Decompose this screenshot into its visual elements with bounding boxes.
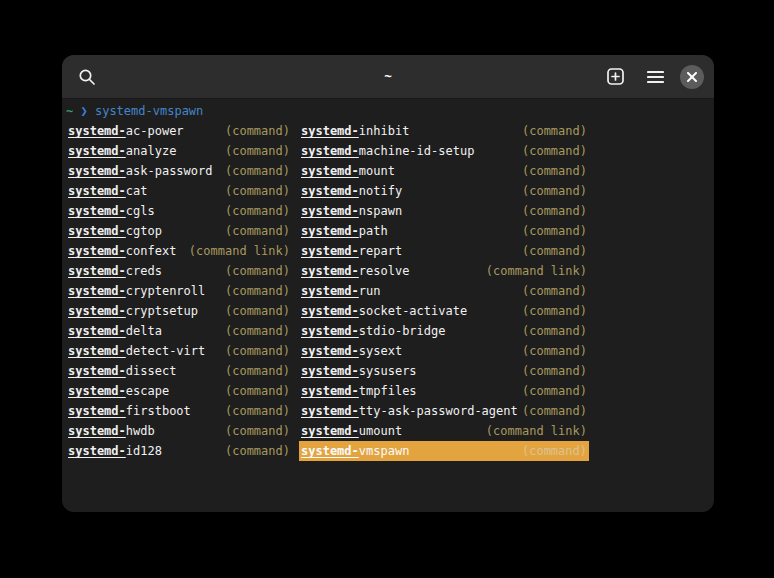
completion-name: systemd-ac-power bbox=[68, 121, 184, 141]
completion-annotation: (command) bbox=[225, 381, 290, 401]
completion-prefix: systemd- bbox=[68, 224, 126, 238]
completion-name: systemd-escape bbox=[68, 381, 169, 401]
completion-row: systemd-escape(command)systemd-tmpfiles(… bbox=[66, 381, 710, 401]
titlebar[interactable]: ~ bbox=[62, 55, 714, 99]
completion-prefix: systemd- bbox=[301, 284, 359, 298]
completion-list: systemd-ac-power(command)systemd-inhibit… bbox=[66, 121, 710, 461]
completion-name: systemd-cgls bbox=[68, 201, 155, 221]
completion-annotation: (command) bbox=[225, 261, 290, 281]
completion-suffix: firstboot bbox=[126, 404, 191, 418]
completion-suffix: ask-password bbox=[126, 164, 213, 178]
completion-annotation: (command) bbox=[522, 301, 587, 321]
completion-item-systemd-cryptenroll: systemd-cryptenroll(command) bbox=[66, 281, 292, 301]
completion-row: systemd-detect-virt(command)systemd-syse… bbox=[66, 341, 710, 361]
completion-prefix: systemd- bbox=[301, 124, 359, 138]
completion-prefix: systemd- bbox=[301, 344, 359, 358]
completion-annotation: (command) bbox=[522, 341, 587, 361]
completion-annotation: (command link) bbox=[486, 261, 587, 281]
completion-annotation: (command) bbox=[522, 221, 587, 241]
completion-item-systemd-firstboot: systemd-firstboot(command) bbox=[66, 401, 292, 421]
completion-row: systemd-delta(command)systemd-stdio-brid… bbox=[66, 321, 710, 341]
completion-item-systemd-repart: systemd-repart(command) bbox=[299, 241, 589, 261]
completion-name: systemd-resolve bbox=[301, 261, 409, 281]
completion-suffix: notify bbox=[359, 184, 402, 198]
completion-annotation: (command) bbox=[225, 361, 290, 381]
completion-annotation: (command link) bbox=[486, 421, 587, 441]
completion-prefix: systemd- bbox=[68, 364, 126, 378]
completion-suffix: detect-virt bbox=[126, 344, 205, 358]
completion-annotation: (command) bbox=[225, 181, 290, 201]
completion-item-systemd-detect-virt: systemd-detect-virt(command) bbox=[66, 341, 292, 361]
completion-annotation: (command) bbox=[522, 381, 587, 401]
completion-item-systemd-tmpfiles: systemd-tmpfiles(command) bbox=[299, 381, 589, 401]
completion-annotation: (command) bbox=[225, 121, 290, 141]
completion-row: systemd-cryptenroll(command)systemd-run(… bbox=[66, 281, 710, 301]
completion-item-systemd-id128: systemd-id128(command) bbox=[66, 441, 292, 461]
completion-suffix: ac-power bbox=[126, 124, 184, 138]
completion-item-systemd-ask-password: systemd-ask-password(command) bbox=[66, 161, 292, 181]
completion-suffix: vmspawn bbox=[359, 444, 410, 458]
completion-name: systemd-socket-activate bbox=[301, 301, 467, 321]
completion-name: systemd-machine-id-setup bbox=[301, 141, 474, 161]
completion-suffix: repart bbox=[359, 244, 402, 258]
completion-row: systemd-cryptsetup(command)systemd-socke… bbox=[66, 301, 710, 321]
completion-name: systemd-detect-virt bbox=[68, 341, 205, 361]
menu-button[interactable] bbox=[640, 62, 670, 92]
new-tab-button[interactable] bbox=[600, 62, 630, 92]
completion-suffix: creds bbox=[126, 264, 162, 278]
completion-annotation: (command) bbox=[522, 401, 587, 421]
completion-item-systemd-creds: systemd-creds(command) bbox=[66, 261, 292, 281]
close-button[interactable] bbox=[680, 65, 704, 89]
completion-suffix: socket-activate bbox=[359, 304, 467, 318]
completion-row: systemd-firstboot(command)systemd-tty-as… bbox=[66, 401, 710, 421]
completion-prefix: systemd- bbox=[301, 404, 359, 418]
completion-suffix: machine-id-setup bbox=[359, 144, 475, 158]
completion-suffix: cgls bbox=[126, 204, 155, 218]
terminal-body[interactable]: ~ ❯ systemd-vmspawn systemd-ac-power(com… bbox=[62, 99, 714, 463]
completion-name: systemd-mount bbox=[301, 161, 395, 181]
completion-name: systemd-sysusers bbox=[301, 361, 417, 381]
completion-prefix: systemd- bbox=[68, 264, 126, 278]
completion-name: systemd-tty-ask-password-agent bbox=[301, 401, 518, 421]
completion-prefix: systemd- bbox=[68, 404, 126, 418]
completion-annotation: (command) bbox=[522, 161, 587, 181]
completion-item-systemd-hwdb: systemd-hwdb(command) bbox=[66, 421, 292, 441]
completion-row: systemd-cat(command)systemd-notify(comma… bbox=[66, 181, 710, 201]
completion-annotation: (command) bbox=[225, 321, 290, 341]
completion-item-systemd-path: systemd-path(command) bbox=[299, 221, 589, 241]
completion-prefix: systemd- bbox=[301, 384, 359, 398]
search-button[interactable] bbox=[72, 62, 102, 92]
completion-name: systemd-id128 bbox=[68, 441, 162, 461]
completion-item-systemd-resolve: systemd-resolve(command link) bbox=[299, 261, 589, 281]
completion-row: systemd-creds(command)systemd-resolve(co… bbox=[66, 261, 710, 281]
completion-annotation: (command) bbox=[522, 121, 587, 141]
prompt-symbol: ❯ bbox=[80, 104, 87, 118]
completion-name: systemd-creds bbox=[68, 261, 162, 281]
completion-annotation: (command) bbox=[225, 301, 290, 321]
completion-name: systemd-umount bbox=[301, 421, 402, 441]
completion-prefix: systemd- bbox=[301, 244, 359, 258]
completion-annotation: (command) bbox=[225, 421, 290, 441]
completion-item-systemd-vmspawn: systemd-vmspawn(command) bbox=[299, 441, 589, 461]
completion-suffix: tty-ask-password-agent bbox=[359, 404, 518, 418]
prompt-cwd: ~ bbox=[66, 104, 73, 118]
completion-suffix: hwdb bbox=[126, 424, 155, 438]
completion-name: systemd-cryptsetup bbox=[68, 301, 198, 321]
completion-item-systemd-umount: systemd-umount(command link) bbox=[299, 421, 589, 441]
completion-item-systemd-stdio-bridge: systemd-stdio-bridge(command) bbox=[299, 321, 589, 341]
completion-item-systemd-cryptsetup: systemd-cryptsetup(command) bbox=[66, 301, 292, 321]
completion-item-systemd-run: systemd-run(command) bbox=[299, 281, 589, 301]
completion-prefix: systemd- bbox=[301, 184, 359, 198]
completion-suffix: analyze bbox=[126, 144, 177, 158]
completion-name: systemd-hwdb bbox=[68, 421, 155, 441]
completion-suffix: stdio-bridge bbox=[359, 324, 446, 338]
completion-annotation: (command) bbox=[522, 441, 587, 461]
completion-prefix: systemd- bbox=[301, 364, 359, 378]
completion-annotation: (command) bbox=[225, 401, 290, 421]
completion-prefix: systemd- bbox=[68, 244, 126, 258]
completion-prefix: systemd- bbox=[68, 184, 126, 198]
completion-name: systemd-confext bbox=[68, 241, 176, 261]
completion-prefix: systemd- bbox=[68, 164, 126, 178]
completion-annotation: (command) bbox=[522, 241, 587, 261]
completion-item-systemd-delta: systemd-delta(command) bbox=[66, 321, 292, 341]
